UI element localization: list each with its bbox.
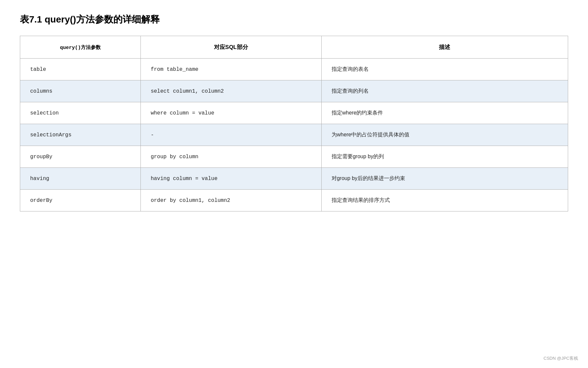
cell-param: table [20,59,141,80]
table-row: tablefrom table_name指定查询的表名 [20,59,568,80]
cell-param: selectionArgs [20,124,141,146]
cell-sql: - [140,124,321,146]
cell-desc: 指定查询的列名 [321,80,568,102]
table-row: selectionwhere column = value指定where的约束条… [20,102,568,124]
cell-desc: 为where中的占位符提供具体的值 [321,124,568,146]
table-header-row: query()方法参数 对应SQL部分 描述 [20,36,568,59]
cell-sql: group by column [140,146,321,168]
cell-desc: 对group by后的结果进一步约束 [321,168,568,190]
cell-param: having [20,168,141,190]
cell-sql: where column = value [140,102,321,124]
cell-sql: select column1, column2 [140,80,321,102]
watermark: CSDN @JPC客栈 [544,355,578,361]
header-param: query()方法参数 [20,36,141,59]
cell-desc: 指定where的约束条件 [321,102,568,124]
cell-desc: 指定查询结果的排序方式 [321,190,568,211]
page-title: 表7.1 query()方法参数的详细解释 [20,13,568,26]
table-row: havinghaving column = value对group by后的结果… [20,168,568,190]
cell-desc: 指定查询的表名 [321,59,568,80]
cell-sql: order by column1, column2 [140,190,321,211]
table-row: groupBygroup by column指定需要group by的列 [20,146,568,168]
cell-param: columns [20,80,141,102]
header-sql: 对应SQL部分 [140,36,321,59]
cell-param: orderBy [20,190,141,211]
cell-desc: 指定需要group by的列 [321,146,568,168]
cell-param: groupBy [20,146,141,168]
main-table: query()方法参数 对应SQL部分 描述 tablefrom table_n… [20,36,568,211]
cell-sql: having column = value [140,168,321,190]
table-row: selectionArgs-为where中的占位符提供具体的值 [20,124,568,146]
table-row: orderByorder by column1, column2指定查询结果的排… [20,190,568,211]
cell-param: selection [20,102,141,124]
header-desc: 描述 [321,36,568,59]
table-row: columnsselect column1, column2指定查询的列名 [20,80,568,102]
cell-sql: from table_name [140,59,321,80]
